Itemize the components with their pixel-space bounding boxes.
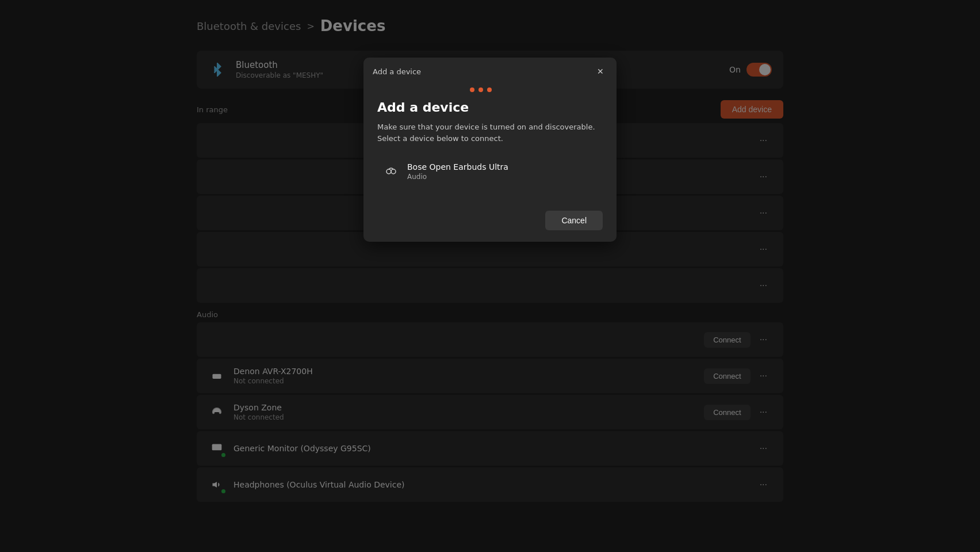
dialog-titlebar: Add a device ✕	[363, 58, 617, 83]
bose-device-name: Bose Open Earbuds Ultra	[407, 162, 508, 172]
cancel-button[interactable]: Cancel	[545, 211, 603, 230]
bose-device-type: Audio	[407, 173, 508, 181]
signal-dot-3	[487, 87, 492, 92]
svg-point-4	[386, 169, 391, 174]
dialog-footer: Cancel	[363, 201, 617, 242]
dialog-description: Make sure that your device is turned on …	[377, 121, 603, 144]
add-device-dialog: Add a device ✕ Add a device Make sure th…	[363, 58, 617, 242]
dialog-signal-animation	[363, 83, 617, 100]
signal-dot-1	[470, 87, 474, 92]
bose-device-info: Bose Open Earbuds Ultra Audio	[407, 162, 508, 181]
dialog-body: Add a device Make sure that your device …	[363, 100, 617, 201]
svg-point-5	[391, 169, 396, 174]
dialog-device-item-bose[interactable]: Bose Open Earbuds Ultra Audio	[377, 155, 603, 188]
dialog-overlay: Add a device ✕ Add a device Make sure th…	[0, 0, 980, 552]
signal-dot-2	[478, 87, 483, 92]
bose-earbuds-icon	[383, 163, 399, 180]
dialog-close-button[interactable]: ✕	[594, 64, 607, 78]
dialog-heading: Add a device	[377, 100, 603, 115]
dialog-title: Add a device	[373, 67, 421, 76]
